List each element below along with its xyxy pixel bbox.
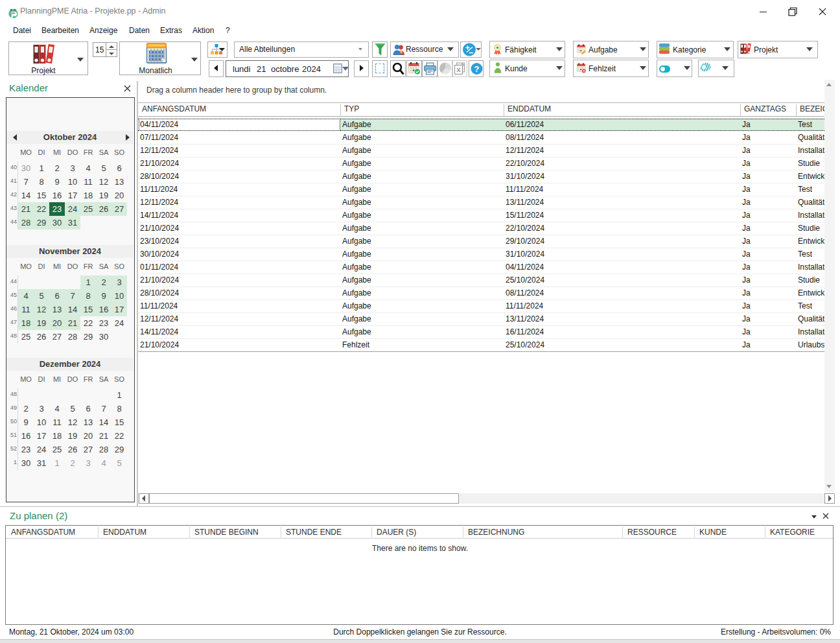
svg-text:?: ? <box>474 64 480 74</box>
svg-text:X: X <box>456 67 460 73</box>
